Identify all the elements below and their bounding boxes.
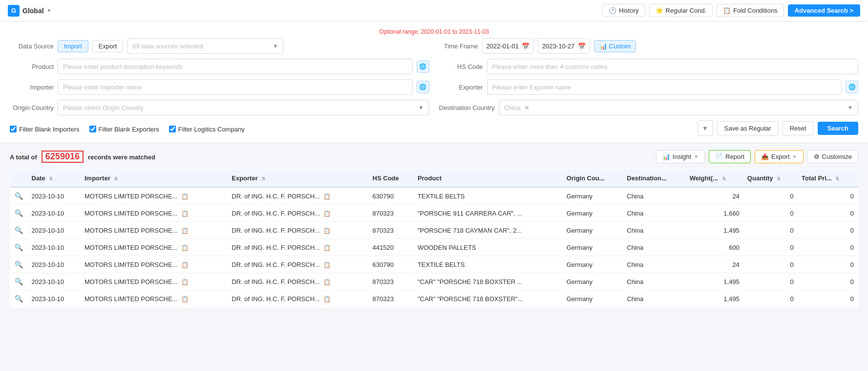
- export-button[interactable]: 📤 Export ▼: [755, 150, 803, 163]
- results-title: A total of 6259016 records were matched: [10, 151, 155, 163]
- table-row: 🔍 2023-10-10 MOTORS LIMITED PORSCHE... 📋…: [10, 273, 858, 290]
- cell-date: 2023-10-10: [28, 222, 81, 239]
- cell-quantity: 0: [743, 239, 798, 256]
- cell-destination: China: [623, 205, 685, 222]
- cell-quantity: 0: [743, 273, 798, 290]
- copy-exporter-icon[interactable]: 📋: [323, 244, 331, 251]
- row-search-icon[interactable]: 🔍: [10, 239, 28, 256]
- copy-importer-icon[interactable]: 📋: [181, 193, 189, 200]
- importer-input[interactable]: [58, 79, 413, 95]
- copy-exporter-icon[interactable]: 📋: [323, 227, 331, 234]
- datasource-row: Data Source Import Export 69 data source…: [10, 38, 858, 54]
- expand-button[interactable]: ▼: [698, 120, 713, 136]
- cell-origin: Germany: [563, 239, 623, 256]
- product-group: Product 🌐: [10, 59, 429, 74]
- cell-total-price: 0: [798, 222, 858, 239]
- copy-exporter-icon[interactable]: 📋: [323, 210, 331, 217]
- advanced-search-button[interactable]: Advanced Search >: [788, 4, 860, 17]
- destination-country-clear-icon[interactable]: ✕: [524, 104, 529, 111]
- copy-importer-icon[interactable]: 📋: [181, 279, 189, 285]
- date-to-input[interactable]: 2023-10-27 📅: [538, 38, 590, 54]
- col-header-exporter[interactable]: Exporter ⇅: [228, 170, 368, 188]
- cell-date: 2023-10-10: [28, 256, 81, 273]
- row-search-icon[interactable]: 🔍: [10, 256, 28, 273]
- cell-destination: China: [623, 187, 685, 205]
- hscode-input[interactable]: [487, 59, 859, 74]
- copy-exporter-icon[interactable]: 📋: [323, 296, 331, 303]
- col-header-total-price[interactable]: Total Pri... ⇅: [798, 170, 858, 188]
- exporter-translate-icon[interactable]: 🌐: [846, 81, 858, 93]
- export-tab[interactable]: Export: [92, 40, 124, 52]
- copy-importer-icon[interactable]: 📋: [181, 210, 189, 217]
- copy-exporter-icon[interactable]: 📋: [323, 262, 331, 268]
- search-button[interactable]: Search: [818, 122, 858, 135]
- cell-origin: Germany: [563, 256, 623, 273]
- copy-exporter-icon[interactable]: 📋: [323, 193, 331, 200]
- row-search-icon[interactable]: 🔍: [10, 273, 28, 290]
- cell-product: "PORSCHE 911 CARRERA CAR", ...: [414, 205, 563, 222]
- row-search-icon[interactable]: 🔍: [10, 187, 28, 205]
- hscode-group: HS Code: [439, 59, 859, 74]
- destination-country-group: Destination Country China ✕ ▼: [439, 100, 859, 115]
- importer-translate-icon[interactable]: 🌐: [417, 81, 429, 93]
- datasource-left: Data Source Import Export 69 data source…: [10, 38, 429, 54]
- col-header-weight[interactable]: Weight(... ⇅: [686, 170, 743, 188]
- search-panel: Optional range: 2020-01-01 to 2023-11-03…: [0, 22, 868, 143]
- product-hscode-row: Product 🌐 HS Code: [10, 59, 858, 74]
- copy-importer-icon[interactable]: 📋: [181, 244, 189, 251]
- custom-button[interactable]: 📊 Custom: [594, 40, 636, 52]
- cell-hscode: 870323: [369, 273, 414, 290]
- col-header-date[interactable]: Date ⇅: [28, 170, 81, 188]
- import-tab[interactable]: Import: [58, 40, 88, 52]
- exporter-input[interactable]: [487, 79, 842, 95]
- cell-quantity: 0: [743, 187, 798, 205]
- datasource-select[interactable]: 69 data sources selected ▼: [127, 38, 283, 54]
- calendar-from-icon: 📅: [522, 43, 529, 50]
- product-input[interactable]: [58, 59, 413, 74]
- row-search-icon[interactable]: 🔍: [10, 290, 28, 307]
- destination-country-select[interactable]: China ✕ ▼: [499, 100, 858, 115]
- origin-country-chevron-icon: ▼: [419, 105, 424, 110]
- insight-button[interactable]: 📊 Insight ▼: [656, 150, 705, 163]
- cell-date: 2023-10-10: [28, 205, 81, 222]
- cell-destination: China: [623, 273, 685, 290]
- copy-importer-icon[interactable]: 📋: [181, 296, 189, 303]
- logo-icon: G: [8, 5, 20, 17]
- origin-country-select[interactable]: Please select Origin Country ▼: [58, 100, 429, 115]
- timeframe-group: Time Frame 2022-01-01 📅 2023-10-27 📅 📊 C…: [439, 38, 859, 54]
- cell-importer: MOTORS LIMITED PORSCHE... 📋: [81, 290, 228, 307]
- records-count: 6259016: [42, 151, 84, 163]
- cell-hscode: 441520: [369, 239, 414, 256]
- cell-destination: China: [623, 256, 685, 273]
- col-header-importer[interactable]: Importer ⇅: [81, 170, 228, 188]
- filter-logistics-checkbox[interactable]: Filter Logitics Company: [169, 126, 245, 133]
- global-chevron-icon[interactable]: ▼: [47, 8, 52, 13]
- col-header-product: Product: [414, 170, 563, 188]
- header-left: G Global ▼: [8, 5, 51, 17]
- regular-cond-button[interactable]: ⭐ Regular Cond.: [649, 4, 713, 17]
- cell-date: 2023-10-10: [28, 290, 81, 307]
- table-row: 🔍 2023-10-10 MOTORS LIMITED PORSCHE... 📋…: [10, 256, 858, 273]
- fold-conditions-button[interactable]: 📋 Fold Conditions: [717, 4, 783, 17]
- report-button[interactable]: 📄 Report: [709, 150, 751, 163]
- reset-button[interactable]: Reset: [783, 121, 814, 135]
- row-search-icon[interactable]: 🔍: [10, 222, 28, 239]
- product-translate-icon[interactable]: 🌐: [417, 60, 429, 73]
- date-from-input[interactable]: 2022-01-01 📅: [482, 38, 534, 54]
- filter-blank-exporters-checkbox[interactable]: Filter Blank Exporters: [89, 126, 159, 133]
- copy-importer-icon[interactable]: 📋: [181, 262, 189, 268]
- save-regular-button[interactable]: Save as Regular: [717, 121, 779, 135]
- copy-exporter-icon[interactable]: 📋: [323, 279, 331, 285]
- customize-button[interactable]: ⚙ Customize: [807, 150, 858, 163]
- customize-icon: ⚙: [814, 153, 820, 160]
- country-row: Origin Country Please select Origin Coun…: [10, 100, 858, 115]
- cell-destination: China: [623, 222, 685, 239]
- col-header-quantity[interactable]: Quantity ⇅: [743, 170, 798, 188]
- filter-blank-importers-checkbox[interactable]: Filter Blank Importers: [10, 126, 80, 133]
- importer-label: Importer: [10, 84, 54, 91]
- row-search-icon[interactable]: 🔍: [10, 205, 28, 222]
- history-button[interactable]: 🕐 History: [602, 4, 645, 17]
- results-header: A total of 6259016 records were matched …: [10, 150, 858, 163]
- col-header-origin: Origin Cou...: [563, 170, 623, 188]
- copy-importer-icon[interactable]: 📋: [181, 227, 189, 234]
